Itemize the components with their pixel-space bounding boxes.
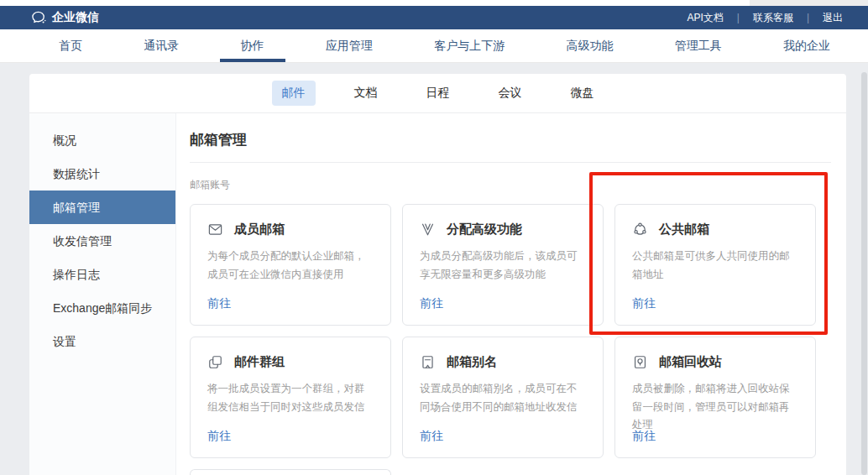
nav-tab-collaboration[interactable]: 协作 bbox=[241, 29, 264, 62]
share-icon bbox=[632, 222, 648, 238]
topbar-links: API文档联系客服退出 bbox=[680, 11, 850, 25]
card-description: 为成员分配高级功能后，该成员可享无限容量和更多高级功能 bbox=[420, 248, 586, 284]
card-description: 将一批成员设置为一个群组，对群组发信相当于同时对这些成员发信 bbox=[207, 380, 374, 416]
card-go-link[interactable]: 前往 bbox=[207, 296, 231, 311]
wecom-logo-icon bbox=[30, 9, 47, 26]
card-mailbox-recycle-bin: 邮箱回收站 成员被删除，邮箱将进入回收站保留一段时间，管理员可以对邮箱再处理 前… bbox=[614, 337, 816, 458]
card-go-link[interactable]: 前往 bbox=[420, 296, 443, 311]
sidebar-item-statistics[interactable]: 数据统计 bbox=[29, 157, 175, 191]
card-public-mailbox: 公共邮箱 公共邮箱是可供多人共同使用的邮箱地址 前往 bbox=[614, 204, 816, 326]
sidebar-item-exchange-mailbox-sync[interactable]: Exchange邮箱同步 bbox=[29, 291, 175, 325]
card-go-link[interactable]: 前往 bbox=[632, 296, 656, 311]
topbar-link-api-docs[interactable]: API文档 bbox=[680, 11, 729, 25]
main-panel: 邮件文档日程会议微盘 概况数据统计邮箱管理收发信管理操作日志Exchange邮箱… bbox=[29, 74, 846, 475]
page-title: 邮箱管理 bbox=[190, 130, 831, 149]
nav-tab-admin-tools[interactable]: 管理工具 bbox=[675, 29, 722, 62]
nav-tab-customers-upstream-downstream[interactable]: 客户与上下游 bbox=[434, 29, 505, 62]
card-title: 邮箱回收站 bbox=[659, 354, 722, 370]
sidebar-item-operation-log[interactable]: 操作日志 bbox=[29, 258, 175, 291]
collab-subtabs: 邮件文档日程会议微盘 bbox=[29, 74, 846, 113]
card-go-link[interactable]: 前往 bbox=[207, 429, 231, 444]
top-app-bar: 企业微信 API文档联系客服退出 bbox=[0, 6, 868, 29]
subtab-docs[interactable]: 文档 bbox=[344, 81, 388, 106]
card-go-link[interactable]: 前往 bbox=[420, 429, 443, 444]
nav-tab-home[interactable]: 首页 bbox=[59, 29, 82, 62]
wecom-logo: 企业微信 bbox=[30, 9, 99, 26]
sidebar-item-mailbox-management[interactable]: 邮箱管理 bbox=[29, 191, 175, 224]
card-partial-next-row bbox=[190, 469, 391, 475]
card-go-link[interactable]: 前往 bbox=[632, 429, 656, 444]
card-mail-group: 邮件群组 将一批成员设置为一个群组，对群组发信相当于同时对这些成员发信 前往 bbox=[190, 337, 391, 458]
browser-top-edge bbox=[0, 0, 868, 6]
subtab-drive[interactable]: 微盘 bbox=[561, 81, 604, 106]
sidebar: 概况数据统计邮箱管理收发信管理操作日志Exchange邮箱同步设置 bbox=[29, 113, 176, 475]
card-mailbox-alias: 邮箱别名 设置成员的邮箱别名，成员可在不同场合使用不同的邮箱地址收发信 前往 bbox=[402, 337, 604, 458]
card-description: 公共邮箱是可供多人共同使用的邮箱地址 bbox=[632, 248, 798, 284]
section-label: 邮箱账号 bbox=[190, 178, 831, 192]
card-title: 分配高级功能 bbox=[447, 222, 522, 238]
card-description: 成员被删除，邮箱将进入回收站保留一段时间，管理员可以对邮箱再处理 bbox=[632, 380, 798, 435]
nav-tab-contacts[interactable]: 通讯录 bbox=[144, 29, 179, 62]
mailbox-card-grid: 成员邮箱 为每个成员分配的默认企业邮箱，成员可在企业微信内直接使用 前往 分配高… bbox=[190, 204, 831, 458]
subtab-schedule[interactable]: 日程 bbox=[416, 81, 460, 106]
nav-tab-advanced-features[interactable]: 高级功能 bbox=[566, 29, 613, 62]
recycle-icon bbox=[632, 354, 648, 370]
title-divider bbox=[190, 162, 831, 163]
card-title: 公共邮箱 bbox=[659, 222, 709, 238]
v-icon bbox=[420, 222, 436, 238]
card-assign-advanced-features: 分配高级功能 为成员分配高级功能后，该成员可享无限容量和更多高级功能 前往 bbox=[402, 204, 604, 326]
sidebar-item-settings[interactable]: 设置 bbox=[29, 325, 175, 358]
vertical-scrollbar[interactable] bbox=[861, 72, 867, 475]
app-title: 企业微信 bbox=[52, 10, 99, 25]
subtab-mail[interactable]: 邮件 bbox=[272, 81, 316, 106]
card-title: 邮箱别名 bbox=[447, 354, 497, 370]
sidebar-item-overview[interactable]: 概况 bbox=[29, 123, 175, 157]
content-area: 邮箱管理 邮箱账号 成员邮箱 为每个成员分配的默认企业邮箱，成员可在企业微信内直… bbox=[176, 113, 846, 475]
card-description: 为每个成员分配的默认企业邮箱，成员可在企业微信内直接使用 bbox=[207, 248, 374, 284]
card-member-mailbox: 成员邮箱 为每个成员分配的默认企业邮箱，成员可在企业微信内直接使用 前往 bbox=[190, 204, 391, 326]
nav-tab-my-company[interactable]: 我的企业 bbox=[783, 29, 830, 62]
nav-tab-app-management[interactable]: 应用管理 bbox=[326, 29, 373, 62]
group-icon bbox=[207, 354, 223, 370]
mail-icon bbox=[207, 222, 223, 238]
card-title: 邮件群组 bbox=[234, 354, 285, 370]
browser-top-edge-right bbox=[750, 0, 868, 6]
card-description: 设置成员的邮箱别名，成员可在不同场合使用不同的邮箱地址收发信 bbox=[420, 380, 586, 416]
subtab-meeting[interactable]: 会议 bbox=[489, 81, 532, 106]
primary-nav: 首页通讯录协作应用管理客户与上下游高级功能管理工具我的企业 bbox=[0, 29, 868, 63]
card-title: 成员邮箱 bbox=[234, 222, 285, 238]
sidebar-item-send-receive-management[interactable]: 收发信管理 bbox=[29, 224, 175, 258]
topbar-link-logout[interactable]: 退出 bbox=[800, 11, 850, 25]
alias-icon bbox=[420, 354, 436, 370]
topbar-link-contact-support[interactable]: 联系客服 bbox=[730, 11, 800, 25]
